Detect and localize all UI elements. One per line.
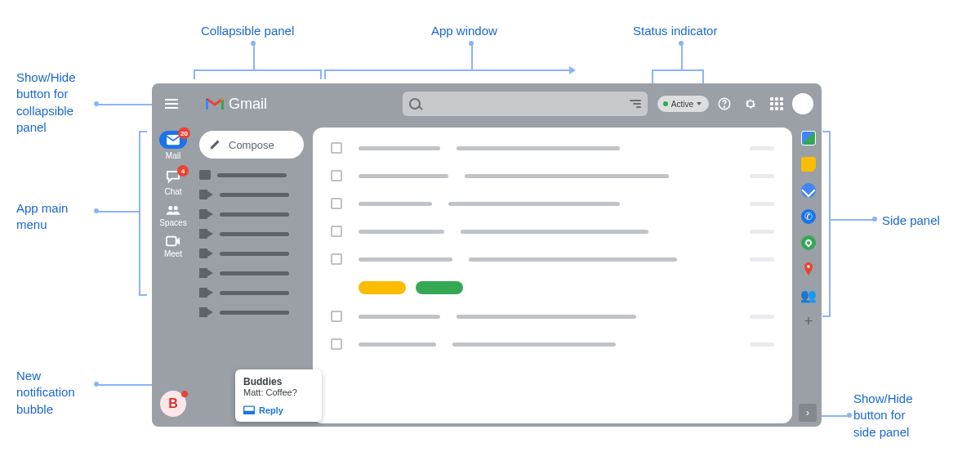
leader: [822, 316, 831, 317]
account-avatar[interactable]: [792, 93, 813, 114]
folder-item[interactable]: [199, 209, 306, 219]
groups-icon[interactable]: 👥: [801, 288, 816, 302]
sender-placeholder: [359, 257, 452, 262]
subject-placeholder: [457, 315, 636, 319]
nav-chat[interactable]: 4 Chat: [161, 168, 185, 196]
nav-spaces[interactable]: Spaces: [159, 204, 186, 227]
voice-icon[interactable]: [801, 235, 816, 250]
add-addon-button[interactable]: +: [804, 314, 813, 329]
leader-dot: [94, 101, 99, 106]
subject-placeholder: [465, 174, 669, 178]
apps-launcher[interactable]: [766, 93, 787, 114]
sender-placeholder: [359, 315, 440, 319]
gmail-logo-icon: [206, 97, 224, 110]
leader: [139, 131, 147, 132]
main-menu-toggle[interactable]: [160, 92, 183, 115]
chat-reply-button[interactable]: Reply: [243, 405, 314, 415]
meta-placeholder: [750, 202, 774, 206]
nav-spaces-label: Spaces: [159, 218, 186, 227]
folder-item[interactable]: [199, 288, 306, 298]
row-checkbox[interactable]: [331, 198, 342, 209]
leader: [820, 415, 849, 417]
compose-button[interactable]: Compose: [199, 131, 304, 159]
nav-meet[interactable]: Meet: [164, 235, 182, 258]
subject-placeholder: [457, 146, 620, 150]
row-checkbox[interactable]: [331, 311, 342, 322]
chat-popup-preview: Matt: Coffee?: [243, 387, 314, 397]
label-chip[interactable]: [416, 281, 463, 294]
status-label: Active: [671, 100, 693, 109]
leader-dot: [847, 413, 852, 418]
nav-meet-label: Meet: [164, 249, 182, 258]
collapsible-panel: Compose Buddies Matt: Coffee? Reply: [194, 124, 313, 427]
row-checkbox[interactable]: [331, 142, 342, 154]
notif-dot-icon: [181, 391, 188, 397]
leader-arrow: [569, 66, 576, 74]
mail-row[interactable]: [331, 338, 774, 350]
sender-placeholder: [359, 174, 448, 178]
row-checkbox[interactable]: [331, 338, 342, 350]
nav-mail[interactable]: 20 Mail: [159, 131, 187, 160]
callout-collapsible-panel: Collapsible panel: [201, 23, 294, 39]
app-body: 20 Mail 4 Chat Spaces Meet B: [152, 124, 822, 427]
logo-block[interactable]: Gmail: [206, 96, 267, 113]
mail-row[interactable]: [331, 226, 774, 237]
label-icon: [205, 268, 213, 278]
header: Gmail Active: [152, 83, 822, 124]
label-icon: [205, 248, 213, 258]
tasks-icon[interactable]: [801, 183, 816, 198]
settings-button[interactable]: [740, 93, 761, 114]
spaces-icon: [165, 204, 181, 216]
keep-icon[interactable]: [801, 157, 816, 172]
hamburger-icon: [165, 103, 178, 105]
sender-placeholder: [359, 342, 436, 347]
svg-point-10: [807, 265, 810, 268]
mail-row[interactable]: [331, 253, 774, 265]
meta-placeholder: [750, 342, 774, 347]
folder-item[interactable]: [199, 268, 306, 278]
label-icon: [205, 307, 213, 317]
folder-item[interactable]: [199, 307, 306, 317]
chat-badge: 4: [177, 165, 189, 177]
leader: [829, 131, 831, 316]
folder-item[interactable]: [199, 248, 306, 258]
chat-popup[interactable]: Buddies Matt: Coffee? Reply: [235, 369, 322, 422]
apps-grid-icon: [770, 97, 783, 110]
leader-dot: [94, 208, 99, 213]
leader: [139, 294, 147, 296]
meta-placeholder: [750, 174, 774, 178]
mail-row[interactable]: [331, 311, 774, 322]
meta-placeholder: [750, 257, 774, 262]
meta-placeholder: [750, 146, 774, 150]
leader-dot: [872, 217, 877, 222]
chevron-right-icon: ›: [806, 407, 809, 418]
side-panel-toggle[interactable]: ›: [799, 404, 817, 422]
row-checkbox[interactable]: [331, 170, 342, 181]
leader-dot: [679, 41, 684, 46]
pencil-icon: [209, 139, 220, 150]
search-input[interactable]: [403, 92, 648, 116]
chat-popup-title: Buddies: [243, 376, 314, 387]
row-checkbox[interactable]: [331, 226, 342, 237]
calendar-icon[interactable]: [801, 131, 816, 145]
folder-item[interactable]: [199, 229, 306, 239]
mail-row[interactable]: [331, 142, 774, 154]
leader: [139, 131, 140, 294]
mail-row[interactable]: [331, 198, 774, 209]
help-button[interactable]: [714, 93, 735, 114]
notification-bubble[interactable]: B: [160, 391, 188, 418]
row-checkbox[interactable]: [331, 253, 342, 265]
folder-item[interactable]: [199, 170, 306, 180]
folder-item[interactable]: [199, 190, 306, 199]
svg-rect-7: [167, 237, 176, 246]
mail-row[interactable]: [331, 170, 774, 181]
sender-placeholder: [359, 202, 432, 206]
callout-show-hide-side: Show/Hide button for side panel: [853, 391, 913, 441]
leader: [829, 219, 874, 221]
maps-icon[interactable]: [801, 262, 816, 276]
label-chip[interactable]: [359, 281, 406, 294]
meta-placeholder: [750, 230, 774, 234]
status-indicator-chip[interactable]: Active: [657, 96, 709, 112]
contacts-icon[interactable]: ✆: [801, 209, 816, 224]
search-options-icon[interactable]: [630, 100, 641, 108]
